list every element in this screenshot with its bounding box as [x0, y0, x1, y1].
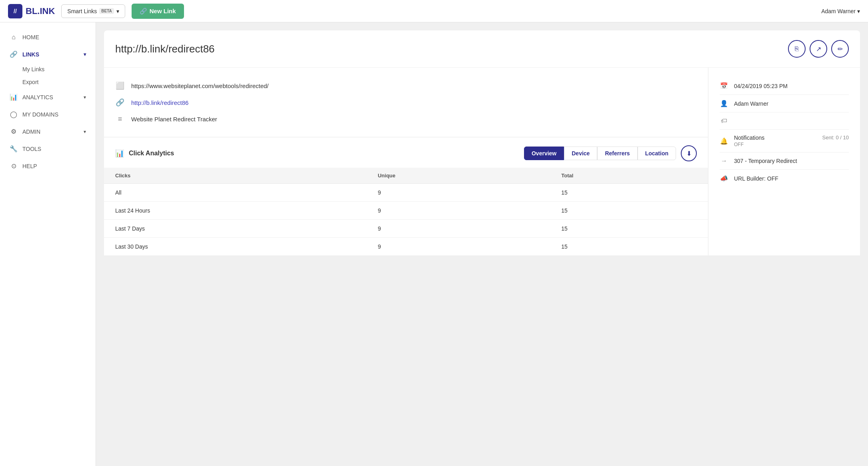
new-link-button[interactable]: 🔗 New Link — [132, 4, 184, 19]
col-clicks: Clicks — [104, 168, 366, 184]
open-link-button[interactable]: ↗ — [810, 40, 827, 58]
sidebar: ⌂ HOME 🔗 LINKS ▾ My Links Export 📊 ANALY… — [0, 22, 96, 466]
list-icon: ≡ — [115, 115, 125, 123]
link-detail-card: http://b.link/redirect86 ⎘ ↗ ✏ — [104, 30, 860, 255]
clicks-table: Clicks Unique Total All 9 15 — [104, 168, 708, 255]
sidebar-item-admin[interactable]: ⚙ ADMIN ▾ — [0, 123, 96, 140]
sidebar-item-label: MY DOMAINS — [22, 111, 58, 118]
logo-icon: // — [8, 4, 22, 18]
destination-url: https://www.websiteplanet.com/webtools/r… — [131, 82, 269, 89]
top-nav: // BL.INK Smart Links BETA ▾ 🔗 New Link … — [0, 0, 868, 22]
bell-icon: 🔔 — [720, 137, 728, 145]
app-layout: ⌂ HOME 🔗 LINKS ▾ My Links Export 📊 ANALY… — [0, 22, 868, 466]
page-header: http://b.link/redirect86 ⎘ ↗ ✏ — [104, 30, 860, 68]
user-row: 👤 Adam Warner — [720, 95, 849, 112]
short-url-row: 🔗 http://b.link/redirect86 — [115, 94, 697, 111]
content-area: ⬜ https://www.websiteplanet.com/webtools… — [104, 68, 860, 255]
user-menu[interactable]: Adam Warner ▾ — [821, 8, 860, 14]
table-row: All 9 15 — [104, 184, 708, 202]
tag-icon: 🏷 — [720, 117, 728, 125]
sidebar-item-my-domains[interactable]: ◯ MY DOMAINS — [0, 106, 96, 123]
beta-badge: BETA — [99, 8, 114, 14]
help-icon: ⊙ — [10, 162, 18, 170]
edit-link-button[interactable]: ✏ — [831, 40, 849, 58]
url-builder-value: URL Builder: OFF — [734, 175, 778, 182]
col-unique: Unique — [366, 168, 550, 184]
notifications-info: Notifications OFF Sent: 0 / 10 — [734, 135, 849, 147]
content-left: ⬜ https://www.websiteplanet.com/webtools… — [104, 68, 708, 255]
link-icon: 🔗 — [10, 50, 18, 58]
sidebar-item-links[interactable]: 🔗 LINKS ▾ — [0, 46, 96, 63]
logo-text: BL.INK — [26, 6, 55, 16]
tags-row: 🏷 — [720, 112, 849, 130]
table-header-row: Clicks Unique Total — [104, 168, 708, 184]
admin-icon: ⚙ — [10, 128, 18, 135]
analytics-card: 📊 Click Analytics Overview Device — [104, 137, 708, 255]
analytics-title: Click Analytics — [129, 150, 519, 157]
table-row: Last 7 Days 9 15 — [104, 220, 708, 238]
domain-icon: ◯ — [10, 110, 18, 118]
topnav-left: // BL.INK Smart Links BETA ▾ 🔗 New Link — [8, 4, 184, 19]
notifications-sent: Sent: 0 / 10 — [822, 135, 849, 141]
notifications-status: OFF — [734, 142, 764, 147]
date-value: 04/24/2019 05:23 PM — [734, 83, 788, 89]
tab-overview[interactable]: Overview — [524, 147, 564, 160]
megaphone-icon: 📣 — [720, 175, 728, 182]
analytics-header: 📊 Click Analytics Overview Device — [104, 137, 708, 161]
sidebar-subitem-export[interactable]: Export — [22, 76, 96, 88]
analytics-tabs: Overview Device Referrers Location — [524, 147, 676, 160]
chevron-down-icon: ▾ — [84, 129, 86, 135]
tab-device[interactable]: Device — [564, 147, 597, 160]
sidebar-subitem-my-links[interactable]: My Links — [22, 63, 96, 76]
short-url-link[interactable]: http://b.link/redirect86 — [131, 99, 188, 106]
copy-icon: ⎘ — [795, 45, 799, 52]
sidebar-item-label: HELP — [22, 163, 37, 169]
link-icon: 🔗 — [140, 8, 147, 15]
main-content: http://b.link/redirect86 ⎘ ↗ ✏ — [96, 22, 868, 466]
notifications-row: 🔔 Notifications OFF Sent: 0 / 10 — [720, 130, 849, 153]
chain-icon: 🔗 — [115, 98, 125, 107]
sidebar-item-label: ADMIN — [22, 129, 40, 135]
notifications-label: Notifications — [734, 135, 764, 141]
link-name: Website Planet Redirect Tracker — [131, 116, 217, 123]
copy-button[interactable]: ⎘ — [788, 40, 806, 58]
sidebar-links-submenu: My Links Export — [0, 63, 96, 88]
home-icon: ⌂ — [10, 34, 18, 41]
logo[interactable]: // BL.INK — [8, 4, 55, 18]
sidebar-item-label: LINKS — [22, 51, 39, 58]
sidebar-item-home[interactable]: ⌂ HOME — [0, 29, 96, 46]
table-row: Last 30 Days 9 15 — [104, 238, 708, 256]
edit-icon: ✏ — [838, 45, 843, 53]
tab-referrers[interactable]: Referrers — [597, 147, 637, 160]
user-name: Adam Warner — [821, 8, 856, 14]
page-actions: ⎘ ↗ ✏ — [788, 40, 849, 58]
sidebar-item-label: TOOLS — [22, 146, 41, 152]
sidebar-item-analytics[interactable]: 📊 ANALYTICS ▾ — [0, 88, 96, 106]
link-info-card: ⬜ https://www.websiteplanet.com/webtools… — [104, 68, 708, 137]
download-icon: ⬇ — [686, 150, 692, 157]
destination-row: ⬜ https://www.websiteplanet.com/webtools… — [115, 77, 697, 94]
content-right: 📅 04/24/2019 05:23 PM 👤 Adam Warner 🏷 🔔 — [708, 68, 860, 255]
user-value: Adam Warner — [734, 100, 768, 107]
sidebar-item-help[interactable]: ⊙ HELP — [0, 157, 96, 175]
bar-chart-icon: 📊 — [115, 149, 124, 158]
sidebar-item-tools[interactable]: 🔧 TOOLS — [0, 140, 96, 157]
chevron-down-icon: ▾ — [84, 52, 86, 57]
tools-icon: 🔧 — [10, 145, 18, 153]
col-total: Total — [550, 168, 708, 184]
smart-links-label: Smart Links — [67, 8, 97, 14]
redirect-type-value: 307 - Temporary Redirect — [734, 158, 797, 164]
user-icon: 👤 — [720, 100, 728, 107]
page-title: http://b.link/redirect86 — [115, 43, 215, 55]
sidebar-item-label: HOME — [22, 34, 39, 40]
calendar-icon: 📅 — [720, 82, 728, 90]
smart-links-button[interactable]: Smart Links BETA ▾ — [61, 4, 125, 18]
download-button[interactable]: ⬇ — [681, 145, 697, 161]
redirect-type-row: → 307 - Temporary Redirect — [720, 153, 849, 170]
tab-location[interactable]: Location — [638, 147, 676, 160]
new-link-label: New Link — [150, 8, 176, 14]
analytics-icon: 📊 — [10, 93, 18, 101]
external-link-icon: ↗ — [816, 45, 821, 53]
sidebar-item-label: ANALYTICS — [22, 94, 53, 100]
redirect-icon: → — [720, 157, 728, 165]
